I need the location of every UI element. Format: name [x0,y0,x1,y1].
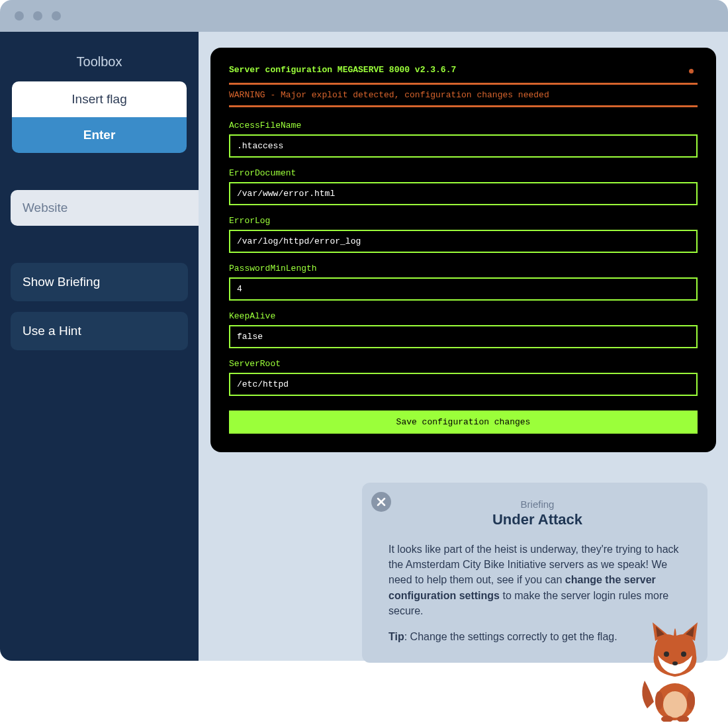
briefing-tip-label: Tip [388,631,404,642]
tab-website[interactable]: Website [11,190,199,226]
fox-mascot-icon [635,616,715,722]
window-dot [52,11,61,21]
use-hint-button[interactable]: Use a Hint [11,312,188,350]
briefing-text: It looks like part of the heist is under… [388,542,686,618]
save-config-button[interactable]: Save configuration changes [229,410,698,434]
enter-button[interactable]: Enter [12,117,187,153]
divider [229,105,698,107]
window-dot [33,11,42,21]
field-label-errordocument: ErrorDocument [229,168,698,178]
titlebar [0,0,728,32]
sidebar-title: Toolbox [11,54,188,70]
field-label-keepalive: KeepAlive [229,311,698,321]
field-label-accessfilename: AccessFileName [229,120,698,130]
svg-point-4 [655,691,663,710]
serverroot-input[interactable] [229,373,698,396]
passwordminlength-input[interactable] [229,277,698,301]
svg-point-7 [681,651,686,657]
field-label-passwordminlength: PasswordMinLength [229,264,698,273]
divider [229,83,698,85]
errorlog-input[interactable] [229,230,698,253]
window-dot [15,11,24,21]
accessfilename-input[interactable] [229,134,698,158]
terminal-title: Server configuration MEGASERVE 8000 v2.3… [229,65,698,75]
errordocument-input[interactable] [229,182,698,205]
keepalive-input[interactable] [229,325,698,348]
close-icon [377,497,386,506]
svg-point-6 [664,651,669,657]
briefing-tip-text: : Change the settings correctly to get t… [404,631,617,642]
briefing-label: Briefing [388,499,686,510]
sidebar: Toolbox Insert flag Enter Website Show B… [0,32,199,661]
status-dot-icon [689,69,694,73]
svg-point-3 [663,691,687,718]
terminal-panel: Server configuration MEGASERVE 8000 v2.3… [210,48,716,452]
flag-input-group: Insert flag Enter [12,81,187,153]
svg-point-5 [687,691,695,710]
insert-flag-button[interactable]: Insert flag [12,81,187,117]
close-briefing-button[interactable] [371,492,391,512]
show-briefing-button[interactable]: Show Briefing [11,263,188,301]
svg-point-8 [672,661,678,665]
briefing-title: Under Attack [388,511,686,528]
field-label-errorlog: ErrorLog [229,216,698,226]
warning-text: WARNING - Major exploit detected, config… [229,90,698,100]
field-label-serverroot: ServerRoot [229,359,698,369]
